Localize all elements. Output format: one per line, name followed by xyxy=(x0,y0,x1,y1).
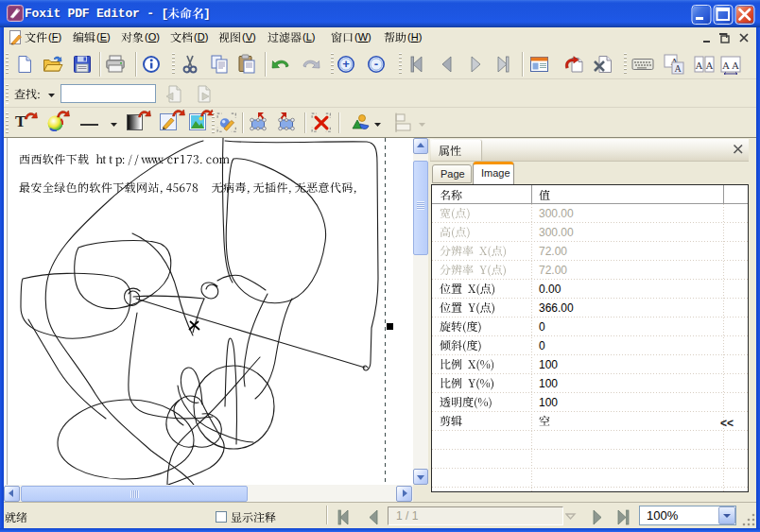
svg-text:A: A xyxy=(696,60,703,71)
svg-text:-: - xyxy=(374,57,378,71)
svg-text:A: A xyxy=(732,60,739,71)
svg-text:A: A xyxy=(706,60,714,71)
svg-text:A: A xyxy=(722,60,730,71)
svg-text:A: A xyxy=(674,63,682,74)
svg-text:+: + xyxy=(342,57,350,71)
